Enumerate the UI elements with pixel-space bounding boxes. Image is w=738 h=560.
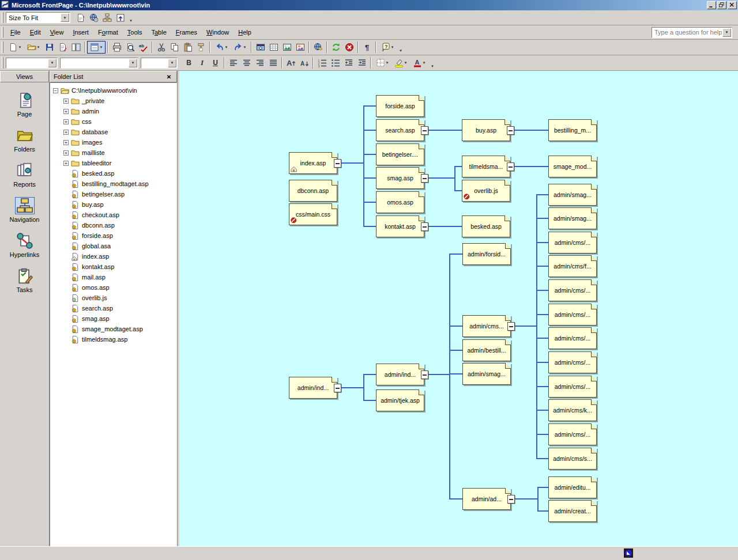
view-item-folders[interactable]: Folders bbox=[0, 127, 49, 153]
nav-node-admin-creat[interactable]: admin/creat... bbox=[548, 500, 597, 522]
collapse-subtree-button[interactable] bbox=[507, 162, 514, 171]
chevron-down-icon[interactable]: ▼ bbox=[129, 59, 137, 67]
tree-item-mailliste[interactable]: +mailliste bbox=[50, 147, 176, 158]
expand-icon[interactable]: + bbox=[63, 99, 69, 104]
tree-item-mail-asp[interactable]: mail.asp bbox=[50, 272, 176, 282]
nav-node-admin-cms-f[interactable]: admin/cms/f... bbox=[548, 255, 597, 277]
nav-node-forside-asp[interactable]: forside.asp bbox=[376, 95, 424, 117]
tree-item-bestilling-modtaget-asp[interactable]: bestilling_modtaget.asp bbox=[50, 179, 176, 189]
menu-table[interactable]: Table bbox=[146, 27, 171, 38]
nav-node-admin-smag[interactable]: admin/smag... bbox=[462, 363, 511, 385]
stop-button[interactable] bbox=[342, 41, 356, 54]
nav-node-kontakt-asp[interactable]: kontakt.asp bbox=[376, 215, 424, 237]
save-button[interactable] bbox=[43, 41, 56, 54]
collapse-icon[interactable]: − bbox=[53, 88, 58, 93]
nav-node-admin-cms[interactable]: admin/cms/... bbox=[548, 232, 597, 253]
decrease-indent-button[interactable] bbox=[342, 56, 355, 69]
insert-table-button[interactable] bbox=[267, 41, 280, 54]
help-question-box[interactable]: Type a question for help ▼ bbox=[652, 27, 732, 38]
nav-node-admin-cms[interactable]: admin/cms... bbox=[462, 315, 511, 337]
refresh-button[interactable] bbox=[329, 41, 342, 54]
insert-picture-button[interactable] bbox=[280, 41, 293, 54]
hyperlink-button[interactable] bbox=[311, 41, 325, 54]
nav-node-besked-asp[interactable]: besked.asp bbox=[462, 215, 510, 237]
toolbar-options-icon[interactable]: ▼ bbox=[397, 49, 405, 52]
nav-node-admin-forsid[interactable]: admin/forsid... bbox=[462, 243, 511, 265]
tree-item-database[interactable]: +database bbox=[50, 127, 176, 137]
zoom-combobox[interactable]: Size To Fit ▼ bbox=[6, 12, 70, 23]
show-all-button[interactable]: ¶ bbox=[360, 41, 374, 54]
expand-icon[interactable]: + bbox=[63, 140, 69, 145]
chevron-down-icon[interactable]: ▼ bbox=[168, 59, 176, 67]
align-center-button[interactable] bbox=[240, 56, 253, 69]
copy-button[interactable] bbox=[168, 41, 181, 54]
expand-icon[interactable]: + bbox=[63, 150, 69, 156]
nav-node-admin-editu[interactable]: admin/editu... bbox=[548, 476, 597, 498]
view-item-page[interactable]: Page bbox=[0, 92, 49, 118]
nav-node-smage-mod[interactable]: smage_mod... bbox=[548, 156, 597, 177]
italic-button[interactable]: I bbox=[195, 56, 209, 69]
nav-node-search-asp[interactable]: search.asp bbox=[376, 119, 424, 141]
tree-item-forside-asp[interactable]: forside.asp bbox=[50, 230, 176, 241]
tree-item-checkout-asp[interactable]: checkout.asp bbox=[50, 210, 176, 220]
nav-node-index-asp[interactable]: index.asp bbox=[289, 152, 337, 174]
menu-insert[interactable]: Insert bbox=[68, 27, 93, 38]
format-painter-button[interactable] bbox=[194, 41, 208, 54]
nav-node-admin-ind[interactable]: admin/ind... bbox=[289, 377, 337, 399]
help-button[interactable]: ?▼ bbox=[378, 41, 397, 54]
font-combobox[interactable]: ▼ bbox=[60, 58, 138, 69]
nav-node-admin-cms[interactable]: admin/cms/... bbox=[548, 423, 597, 445]
tree-item-dbconn-asp[interactable]: dbconn.asp bbox=[50, 220, 176, 230]
nav-node-admin-cms[interactable]: admin/cms/... bbox=[548, 376, 597, 398]
bullets-button[interactable] bbox=[329, 56, 342, 69]
cut-button[interactable] bbox=[155, 41, 168, 54]
nav-node-admin-cms[interactable]: admin/cms/... bbox=[548, 279, 597, 301]
open-button[interactable]: ▼ bbox=[24, 41, 43, 54]
preview-browser-button[interactable] bbox=[123, 41, 137, 54]
collapse-subtree-button[interactable] bbox=[421, 126, 428, 135]
nav-node-dbconn-asp[interactable]: dbconn.asp bbox=[289, 180, 337, 202]
close-button[interactable] bbox=[728, 1, 737, 9]
tree-item-private[interactable]: +_private bbox=[50, 96, 176, 106]
collapse-subtree-button[interactable] bbox=[507, 495, 515, 504]
web-component-button[interactable] bbox=[254, 41, 267, 54]
menu-window[interactable]: Window bbox=[202, 27, 234, 38]
close-icon[interactable]: ✕ bbox=[165, 73, 173, 81]
align-right-button[interactable] bbox=[253, 56, 266, 69]
menu-edit[interactable]: Edit bbox=[25, 27, 46, 38]
paste-button[interactable] bbox=[181, 41, 194, 54]
portrait-landscape-button[interactable] bbox=[74, 12, 87, 24]
menu-format[interactable]: Format bbox=[93, 27, 123, 38]
toolbar-grip[interactable] bbox=[2, 12, 3, 22]
menu-tools[interactable]: Tools bbox=[123, 27, 147, 38]
expand-icon[interactable]: + bbox=[63, 109, 69, 114]
nav-node-tilmeldsma[interactable]: tilmeldsma... bbox=[462, 156, 510, 177]
menu-view[interactable]: View bbox=[46, 27, 69, 38]
tree-item-css[interactable]: +css bbox=[50, 116, 176, 127]
increase-font-button[interactable]: A bbox=[284, 56, 298, 69]
tree-item-overlib-js[interactable]: overlib.js bbox=[50, 293, 176, 303]
style-combobox[interactable]: ▼ bbox=[6, 58, 58, 69]
web-settings-button[interactable] bbox=[87, 12, 100, 24]
chevron-down-icon[interactable]: ▼ bbox=[61, 13, 69, 22]
nav-node-admin-smag[interactable]: admin/smag... bbox=[548, 184, 597, 206]
nav-node-admin-ad[interactable]: admin/ad... bbox=[462, 488, 511, 510]
chevron-down-icon[interactable]: ▼ bbox=[722, 28, 731, 37]
toolbar-options-icon[interactable]: ▼ bbox=[127, 19, 135, 22]
align-left-button[interactable] bbox=[227, 56, 240, 69]
nav-node-admin-cms[interactable]: admin/cms/... bbox=[548, 327, 597, 349]
view-item-hyperlinks[interactable]: Hyperlinks bbox=[0, 232, 49, 258]
decrease-font-button[interactable]: A bbox=[298, 56, 311, 69]
nav-node-omos-asp[interactable]: omos.asp bbox=[376, 191, 424, 213]
increase-indent-button[interactable] bbox=[355, 56, 368, 69]
nav-node-admin-smag[interactable]: admin/smag... bbox=[548, 207, 597, 229]
nav-node-betingelser[interactable]: betingelser.... bbox=[376, 143, 424, 165]
nav-node-admin-cms-s[interactable]: admin/cms/s... bbox=[548, 448, 597, 470]
restore-button[interactable] bbox=[717, 1, 726, 9]
view-item-navigation[interactable]: Navigation bbox=[0, 197, 49, 223]
collapse-subtree-button[interactable] bbox=[334, 159, 341, 168]
included-in-navbars-button[interactable] bbox=[100, 12, 114, 24]
view-subtree-button[interactable] bbox=[114, 12, 127, 24]
nav-node-buy-asp[interactable]: buy.asp bbox=[462, 119, 510, 141]
tree-item-betingelser-asp[interactable]: betingelser.asp bbox=[50, 189, 176, 199]
